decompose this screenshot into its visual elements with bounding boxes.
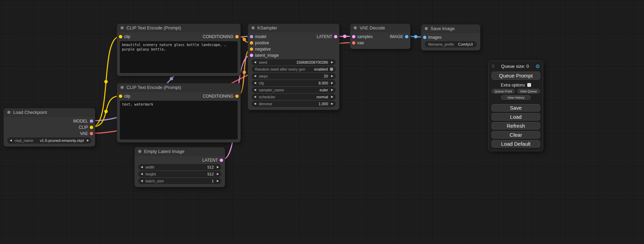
- output-port-vae[interactable]: [90, 132, 93, 135]
- positive-prompt-textarea[interactable]: beautiful scenery nature glass bottle la…: [120, 41, 238, 73]
- node-titlebar[interactable]: VAE Decode: [350, 24, 410, 32]
- load-button[interactable]: Load: [492, 113, 540, 120]
- decrement-arrow-icon[interactable]: ◀: [141, 171, 144, 177]
- negative-prompt-textarea[interactable]: text, watermark: [120, 101, 238, 139]
- output-port-latent[interactable]: [220, 159, 223, 162]
- collapse-dot[interactable]: [121, 86, 124, 89]
- output-slot-model: MODEL: [4, 118, 95, 124]
- decrement-arrow-icon[interactable]: ◀: [10, 137, 14, 144]
- node-titlebar[interactable]: KSampler: [248, 24, 339, 32]
- slot-row-clip-conditioning: clip CONDITIONING: [117, 93, 240, 99]
- node-clip-text-encode-negative[interactable]: CLIP Text Encode (Prompt) clip CONDITION…: [117, 83, 241, 143]
- widget-scheduler[interactable]: ◀ scheduler normal ▶: [252, 94, 336, 100]
- decrement-arrow-icon[interactable]: ◀: [254, 80, 258, 86]
- increment-arrow-icon[interactable]: ▶: [329, 73, 333, 79]
- input-port-model[interactable]: [250, 35, 253, 38]
- widget-ckpt-name[interactable]: ◀ ckpt_name v1-5-pruned-emaonly.ckpt ▶: [7, 137, 91, 144]
- wire-midpoint-dot: [343, 35, 346, 38]
- increment-arrow-icon[interactable]: ▶: [215, 178, 219, 184]
- queue-buttons-row: Queue Front View Queue: [492, 89, 540, 93]
- node-canvas[interactable]: Load Checkpoint MODEL CLIP VAE ◀ ckpt_na…: [0, 0, 644, 244]
- increment-arrow-icon[interactable]: ▶: [329, 80, 333, 86]
- input-port-latent-image[interactable]: [250, 54, 253, 57]
- node-titlebar[interactable]: CLIP Text Encode (Prompt): [117, 83, 240, 92]
- queue-panel-header: ⠿ Queue size: 0 ⚙: [492, 63, 540, 69]
- save-button[interactable]: Save: [492, 104, 540, 111]
- collapse-dot[interactable]: [7, 111, 10, 114]
- input-port-positive[interactable]: [250, 41, 253, 45]
- input-port-negative[interactable]: [250, 47, 253, 51]
- load-default-button[interactable]: Load Default: [492, 140, 540, 147]
- output-port-clip[interactable]: [90, 126, 93, 129]
- input-port-samples[interactable]: [352, 35, 355, 38]
- node-titlebar[interactable]: Empty Latent Image: [135, 147, 225, 156]
- node-clip-text-encode-positive[interactable]: CLIP Text Encode (Prompt) clip CONDITION…: [117, 24, 241, 76]
- widget-seed[interactable]: ◀ seed 156680208700286 ▶: [252, 59, 336, 65]
- widget-filename-prefix[interactable]: filename_prefix ComfyUI: [425, 41, 477, 47]
- output-port-model[interactable]: [90, 119, 93, 123]
- node-titlebar[interactable]: Load Checkpoint: [4, 108, 95, 117]
- output-slot-clip: CLIP: [4, 124, 95, 130]
- collapse-dot[interactable]: [138, 150, 141, 153]
- widget-cfg[interactable]: ◀ cfg 8.000 ▶: [252, 80, 336, 86]
- input-port-vae[interactable]: [352, 41, 355, 45]
- extra-options-checkbox[interactable]: [527, 83, 531, 87]
- decrement-arrow-icon[interactable]: ◀: [141, 178, 144, 184]
- increment-arrow-icon[interactable]: ▶: [329, 87, 333, 93]
- clear-button[interactable]: Clear: [492, 131, 540, 138]
- increment-arrow-icon[interactable]: ▶: [329, 59, 333, 65]
- collapse-dot[interactable]: [252, 26, 255, 29]
- node-ksampler[interactable]: KSampler model LATENT positive negative …: [248, 24, 339, 110]
- input-port-clip[interactable]: [119, 35, 122, 38]
- widget-denoise[interactable]: ◀ denoise 1.000 ▶: [252, 101, 336, 107]
- queue-panel: ⠿ Queue size: 0 ⚙ Queue Prompt Extra opt…: [488, 61, 543, 151]
- input-slot-positive: positive: [248, 40, 339, 46]
- increment-arrow-icon[interactable]: ▶: [329, 94, 333, 100]
- output-port-conditioning[interactable]: [235, 94, 239, 98]
- settings-gear-icon[interactable]: ⚙: [536, 63, 540, 70]
- node-titlebar[interactable]: Save Image: [421, 25, 480, 33]
- widget-steps[interactable]: ◀ steps 20 ▶: [252, 73, 336, 79]
- decrement-arrow-icon[interactable]: ◀: [254, 94, 258, 100]
- input-port-images[interactable]: [423, 36, 426, 39]
- increment-arrow-icon[interactable]: ▶: [85, 137, 89, 144]
- extra-options-row: Extra options: [492, 83, 540, 87]
- queue-front-button[interactable]: Queue Front: [492, 89, 515, 93]
- node-save-image[interactable]: Save Image images filename_prefix ComfyU…: [421, 24, 480, 51]
- widget-height[interactable]: ◀ height 512 ▶: [138, 171, 221, 177]
- toggle-indicator-icon[interactable]: [330, 67, 333, 71]
- drag-handle-icon[interactable]: ⠿: [492, 64, 495, 69]
- input-port-clip[interactable]: [119, 94, 122, 98]
- history-row: View History: [492, 95, 540, 100]
- slot-row-model-latent: model LATENT: [248, 34, 339, 40]
- widget-width[interactable]: ◀ width 512 ▶: [138, 164, 221, 170]
- node-empty-latent-image[interactable]: Empty Latent Image LATENT ◀ width 512 ▶ …: [134, 147, 225, 187]
- wire-midpoint-dot: [242, 71, 246, 74]
- widget-batch-size[interactable]: ◀ batch_size 1 ▶: [138, 178, 221, 184]
- output-port-conditioning[interactable]: [235, 35, 239, 38]
- decrement-arrow-icon[interactable]: ◀: [254, 87, 258, 93]
- view-history-button[interactable]: View History: [501, 95, 531, 100]
- increment-arrow-icon[interactable]: ▶: [215, 171, 219, 177]
- widget-random-seed-toggle[interactable]: Random seed after every gen enabled: [252, 66, 336, 72]
- collapse-dot[interactable]: [354, 26, 357, 29]
- increment-arrow-icon[interactable]: ▶: [215, 164, 219, 170]
- widget-sampler-name[interactable]: ◀ sampler_name euler ▶: [252, 87, 336, 93]
- refresh-button[interactable]: Refresh: [492, 122, 540, 129]
- queue-prompt-button[interactable]: Queue Prompt: [492, 72, 540, 80]
- output-port-latent[interactable]: [334, 35, 337, 38]
- collapse-dot[interactable]: [121, 26, 124, 29]
- node-title: KSampler: [257, 25, 277, 30]
- output-port-image[interactable]: [405, 35, 408, 38]
- node-titlebar[interactable]: CLIP Text Encode (Prompt): [117, 24, 240, 32]
- input-slot-images: images: [421, 34, 480, 40]
- view-queue-button[interactable]: View Queue: [517, 89, 540, 93]
- decrement-arrow-icon[interactable]: ◀: [141, 164, 144, 170]
- decrement-arrow-icon[interactable]: ◀: [254, 101, 258, 107]
- decrement-arrow-icon[interactable]: ◀: [254, 59, 258, 65]
- increment-arrow-icon[interactable]: ▶: [329, 101, 333, 107]
- collapse-dot[interactable]: [425, 27, 428, 30]
- node-vae-decode[interactable]: VAE Decode samples IMAGE vae: [350, 24, 411, 49]
- decrement-arrow-icon[interactable]: ◀: [254, 73, 258, 79]
- node-load-checkpoint[interactable]: Load Checkpoint MODEL CLIP VAE ◀ ckpt_na…: [3, 108, 95, 147]
